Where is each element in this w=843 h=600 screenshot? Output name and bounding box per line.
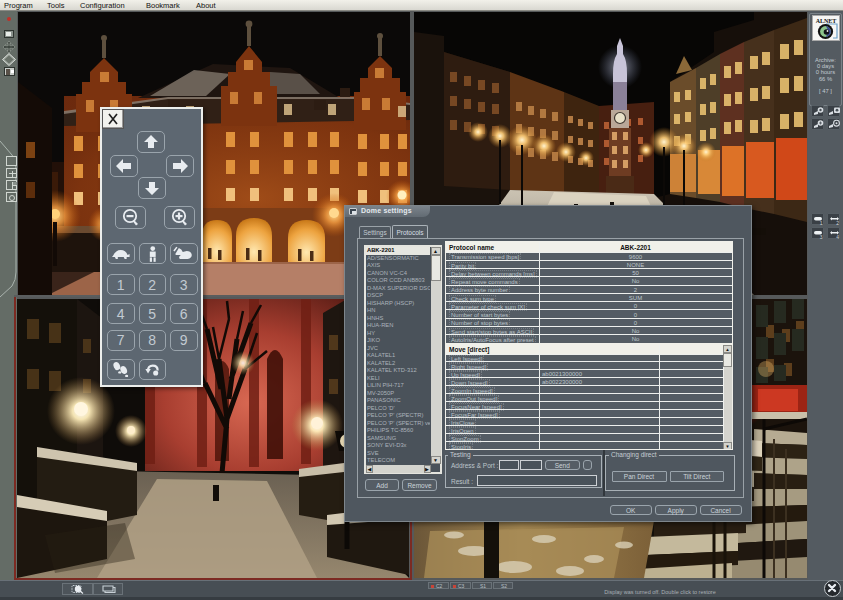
- svg-text:4: 4: [836, 234, 839, 240]
- svg-text:3: 3: [820, 234, 823, 240]
- svg-text:ALNET: ALNET: [816, 18, 837, 24]
- svg-text:2: 2: [836, 220, 839, 226]
- svg-text:1: 1: [820, 220, 823, 226]
